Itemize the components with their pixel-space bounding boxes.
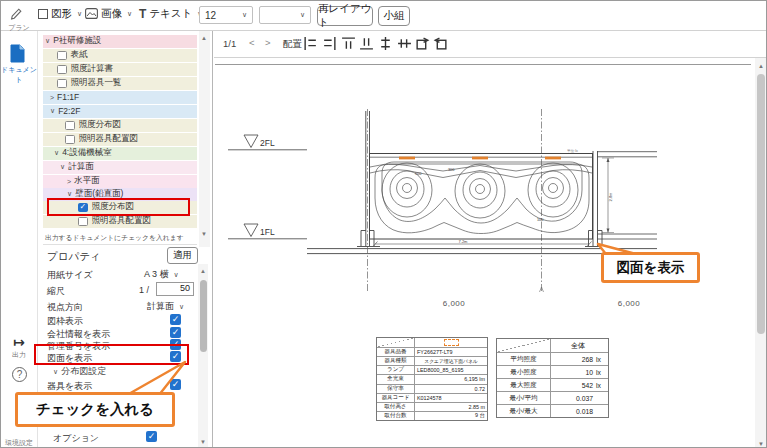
- drawing-canvas: 2FL 1FL: [213, 57, 756, 349]
- chevron-open-icon[interactable]: ∨: [67, 190, 72, 198]
- tree-item-project[interactable]: ∨P社研修施設: [43, 35, 197, 48]
- image-icon: [85, 8, 98, 21]
- option-checkbox[interactable]: ✓: [146, 431, 157, 442]
- paper-size-label: 用紙サイズ: [47, 269, 93, 282]
- view-direction-label: 視点方向: [47, 301, 83, 314]
- rail-plan-label[interactable]: プラン: [1, 23, 37, 33]
- shape-tool-button[interactable]: 図形 ∨: [38, 7, 82, 21]
- paper-size-select[interactable]: A 3 横∨: [144, 268, 179, 281]
- contour-label: 100: [537, 218, 543, 222]
- prev-page-icon[interactable]: <: [249, 37, 255, 48]
- rotate-left-icon[interactable]: [415, 36, 430, 51]
- chevron-open-icon[interactable]: ∨: [60, 163, 65, 171]
- width-dimension: 7.2m: [459, 239, 469, 244]
- align-center-vertical-icon[interactable]: [397, 36, 412, 51]
- chevron-down-icon[interactable]: ∨: [77, 10, 82, 18]
- tree-item-room[interactable]: ∨4:設備機械室: [43, 147, 197, 160]
- tree-footer-hint: 出力するドキュメントにチェックを入れます: [45, 233, 184, 243]
- font-style-select[interactable]: ∨: [259, 6, 311, 24]
- shape-tool-label: 図形: [51, 7, 72, 21]
- align-left-icon[interactable]: [303, 36, 318, 51]
- tree-item-wall-illum-map[interactable]: ✓照度分布図: [43, 201, 197, 214]
- next-page-icon[interactable]: >: [265, 37, 271, 48]
- scale-input[interactable]: 50: [156, 282, 194, 296]
- scale-label: 縮尺: [47, 285, 65, 298]
- tree-item-illum-map[interactable]: 照度分布図: [43, 119, 197, 132]
- image-tool-label: 画像: [101, 7, 122, 21]
- apply-button[interactable]: 適用: [167, 247, 198, 264]
- text-tool-button[interactable]: T テキスト ∨: [139, 7, 202, 21]
- table-header-diagonal: [377, 338, 414, 347]
- props-title: プロパティ: [47, 250, 101, 264]
- height-dimension: 2.8m: [608, 192, 613, 202]
- image-tool-button[interactable]: 画像 ∨: [85, 7, 132, 21]
- tree-item-fixture-layout[interactable]: 照明器具配置図: [43, 133, 197, 146]
- summary-header: 全体: [550, 339, 608, 352]
- unit-label: 単位:lx: [567, 148, 578, 153]
- page-indicator: 1/1: [223, 38, 236, 49]
- tree-item-wall-fixture-layout[interactable]: 照明器具配置図: [43, 215, 197, 228]
- toolbar-separator: [1, 30, 767, 31]
- relayout-button[interactable]: 再レイアウト: [317, 6, 373, 26]
- scroll-down-icon[interactable]: ▼: [199, 229, 209, 239]
- level-mark-1fl: [244, 224, 258, 237]
- chevron-open-icon[interactable]: ∨: [54, 149, 59, 157]
- scroll-up-icon[interactable]: ▲: [198, 266, 208, 276]
- rail-settings-label[interactable]: 環境設定: [5, 438, 39, 448]
- tree-item-wall-plane[interactable]: ∨壁面(鉛直面): [43, 188, 197, 201]
- checkbox[interactable]: [57, 79, 67, 89]
- table-header-diagonal: [497, 339, 550, 352]
- chevron-open-icon[interactable]: ∨: [45, 37, 50, 45]
- align-top-icon[interactable]: [341, 36, 356, 51]
- output-icon[interactable]: ↦: [13, 334, 25, 350]
- scale-prefix: 1 /: [139, 285, 149, 295]
- contour-label: 300: [448, 168, 454, 172]
- canvas-scrollbar-thumb[interactable]: [757, 74, 765, 334]
- font-size-select[interactable]: 12 ∨: [199, 6, 253, 24]
- align-center-horizontal-icon[interactable]: [378, 36, 393, 51]
- rail-document-label[interactable]: ドキュメント: [1, 65, 37, 85]
- tree-item-horizontal-plane[interactable]: >水平面: [43, 175, 197, 188]
- tree-item-f1[interactable]: >F1:1F: [43, 91, 197, 104]
- tree-item-calc-plane[interactable]: ∨計算面: [43, 161, 197, 174]
- company-info-checkbox[interactable]: ✓: [170, 327, 181, 338]
- frame-show-checkbox[interactable]: ✓: [170, 314, 181, 325]
- chevron-closed-icon[interactable]: >: [67, 178, 71, 185]
- align-bottom-icon[interactable]: [359, 36, 374, 51]
- rotate-right-icon[interactable]: [433, 36, 448, 51]
- checkbox[interactable]: [65, 135, 75, 145]
- tree-item-calc-report[interactable]: 照度計算書: [43, 63, 197, 76]
- shape-icon: [38, 9, 48, 19]
- checkbox[interactable]: [57, 51, 67, 61]
- manage-number-checkbox[interactable]: ✓: [170, 339, 181, 350]
- level-mark-2fl: [244, 135, 258, 148]
- checkbox[interactable]: [78, 217, 88, 227]
- checkbox[interactable]: [65, 121, 75, 131]
- chevron-down-icon: ∨: [174, 271, 179, 279]
- props-scrollbar-thumb[interactable]: [200, 280, 207, 352]
- tree-item-cover[interactable]: 表紙: [43, 49, 197, 62]
- align-right-icon[interactable]: [322, 36, 337, 51]
- chevron-down-icon: ∨: [300, 11, 305, 19]
- chevron-down-icon[interactable]: ∨: [127, 10, 132, 18]
- span-dimension-left: 6,000: [443, 299, 466, 308]
- view-direction-select[interactable]: 計算面∨: [147, 300, 184, 313]
- level-label-2fl: 2FL: [260, 138, 275, 148]
- checkbox[interactable]: [57, 65, 67, 75]
- text-icon: T: [139, 7, 146, 21]
- scroll-down-icon[interactable]: ▼: [198, 437, 208, 447]
- tree-item-fixture-list[interactable]: 照明器具一覧: [43, 77, 197, 90]
- chevron-down-icon: ∨: [179, 303, 184, 311]
- chevron-down-icon: ∨: [242, 11, 247, 19]
- frame-show-label: 図枠表示: [47, 315, 83, 328]
- scroll-down-icon[interactable]: ▼: [756, 439, 766, 448]
- checkbox-checked[interactable]: ✓: [78, 203, 88, 213]
- scroll-up-icon[interactable]: ▲: [756, 61, 766, 71]
- tree-item-f2[interactable]: ∨F2:2F: [43, 105, 197, 118]
- chevron-closed-icon[interactable]: >: [50, 94, 54, 101]
- tree-scrollbar[interactable]: [199, 31, 210, 247]
- document-icon[interactable]: [9, 44, 26, 67]
- chevron-open-icon[interactable]: ∨: [50, 107, 55, 115]
- scroll-up-icon[interactable]: ▲: [199, 33, 209, 43]
- kogumi-button[interactable]: 小組: [378, 6, 410, 26]
